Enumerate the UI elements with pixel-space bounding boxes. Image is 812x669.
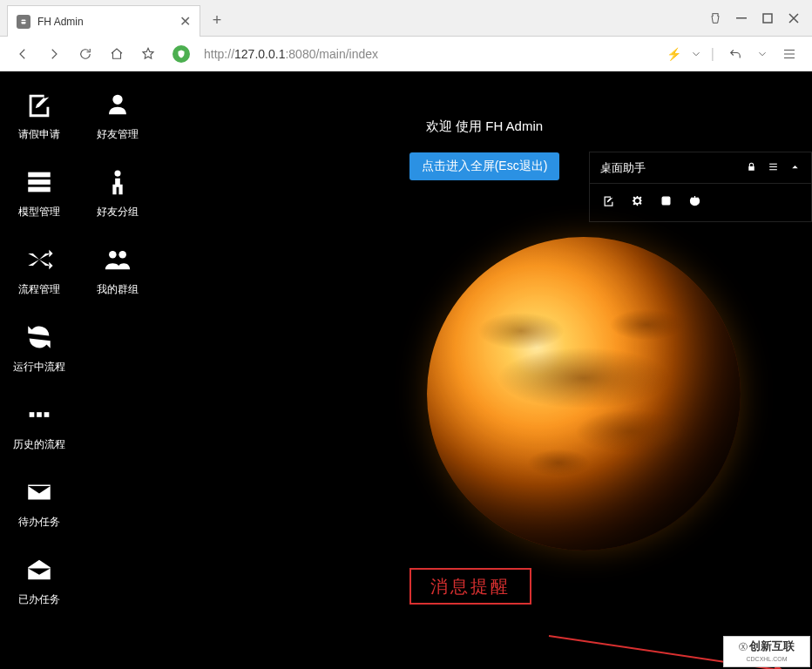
address-bar[interactable]: http://127.0.0.1:8080/main/index xyxy=(204,47,660,61)
assistant-title: 桌面助手 xyxy=(600,160,646,176)
sidebar-item-model-manage[interactable]: 模型管理 xyxy=(5,165,73,220)
fullscreen-button[interactable]: 点击进入全屏(Esc退出) xyxy=(409,152,560,180)
svg-rect-2 xyxy=(28,172,51,178)
sidebar-item-label: 历史的流程 xyxy=(5,437,73,452)
edit-action-icon[interactable] xyxy=(602,194,615,211)
sidebar-item-label: 我的群组 xyxy=(84,282,152,297)
url-path: /main/index xyxy=(315,47,378,61)
menu-button[interactable] xyxy=(777,42,802,66)
sidebar-item-running-flow[interactable]: 运行中流程 xyxy=(5,320,73,375)
spacer xyxy=(84,475,152,530)
sidebar-item-label: 待办任务 xyxy=(5,515,73,530)
watermark-brand: 创新互联 xyxy=(749,639,795,652)
shuffle-icon xyxy=(5,242,73,277)
window-maximize-button[interactable] xyxy=(754,5,781,31)
square-icon[interactable] xyxy=(660,194,673,211)
svg-rect-4 xyxy=(28,187,51,193)
svg-rect-0 xyxy=(736,17,747,19)
chevron-up-icon[interactable] xyxy=(789,161,801,175)
tab-title: FH Admin xyxy=(37,16,179,28)
undo-dropdown-icon[interactable] xyxy=(756,42,768,66)
spacer xyxy=(84,397,152,452)
window-controls xyxy=(702,0,812,36)
main-area: 欢迎 使用 FH Admin 点击进入全屏(Esc退出) 桌面助手 消息提醒 xyxy=(157,71,812,669)
spacer xyxy=(84,320,152,375)
envelope-icon xyxy=(5,475,73,510)
security-shield-icon[interactable] xyxy=(173,45,190,63)
close-tab-icon[interactable]: ✕ xyxy=(179,16,191,28)
app-viewport: 请假申请 好友管理 模型管理 好友分组 流程管理 我的群组 xyxy=(0,71,812,669)
edit-icon xyxy=(5,87,73,122)
url-prefix: http:// xyxy=(204,47,234,61)
power-icon[interactable] xyxy=(688,194,701,211)
svg-rect-14 xyxy=(662,197,670,205)
assistant-header: 桌面助手 xyxy=(590,152,811,184)
message-alert-box[interactable]: 消息提醒 xyxy=(409,568,531,605)
alert-text: 消息提醒 xyxy=(430,575,511,598)
new-tab-button[interactable]: + xyxy=(204,7,230,33)
menu-icon[interactable] xyxy=(768,161,779,175)
speed-icon[interactable]: ⚡ xyxy=(667,47,681,61)
svg-rect-10 xyxy=(44,412,50,417)
browser-tab-bar: FH Admin ✕ + xyxy=(0,0,812,37)
browser-tab-active[interactable]: FH Admin ✕ xyxy=(7,5,200,37)
svg-point-6 xyxy=(109,251,116,259)
sidebar-item-todo-tasks[interactable]: 待办任务 xyxy=(5,475,73,530)
svg-rect-8 xyxy=(30,412,35,417)
watermark-sub: CDCXHL.COM xyxy=(746,656,787,662)
window-close-button[interactable] xyxy=(781,5,807,31)
nav-home-button[interactable] xyxy=(105,42,129,66)
sidebar-item-label: 请假申请 xyxy=(5,127,73,142)
nav-forward-button[interactable] xyxy=(42,42,66,66)
watermark: Ⓧ 创新互联 CDCXHL.COM xyxy=(723,636,810,667)
sidebar-item-label: 运行中流程 xyxy=(5,360,73,375)
envelope-open-icon xyxy=(5,552,73,587)
welcome-text: 欢迎 使用 FH Admin xyxy=(157,118,812,135)
sidebar-item-label: 模型管理 xyxy=(5,205,73,220)
window-minimize-button[interactable] xyxy=(728,5,754,31)
nav-back-button[interactable] xyxy=(10,42,35,66)
users-icon xyxy=(84,242,152,277)
person-icon xyxy=(84,165,152,199)
sidebar-item-label: 好友管理 xyxy=(84,127,152,142)
tab-favicon xyxy=(17,15,30,29)
browser-extension-icon[interactable] xyxy=(702,5,728,31)
svg-rect-9 xyxy=(37,412,42,417)
desktop-icon-grid: 请假申请 好友管理 模型管理 好友分组 流程管理 我的群组 xyxy=(0,71,157,669)
svg-rect-3 xyxy=(28,179,51,185)
browser-toolbar: http://127.0.0.1:8080/main/index ⚡ | xyxy=(0,37,812,71)
sidebar-item-leave-request[interactable]: 请假申请 xyxy=(5,87,73,142)
sidebar-item-flow-manage[interactable]: 流程管理 xyxy=(5,242,73,297)
sidebar-item-label: 已办任务 xyxy=(5,592,73,607)
sidebar-item-label: 流程管理 xyxy=(5,282,73,297)
svg-rect-12 xyxy=(769,166,777,166)
svg-point-7 xyxy=(118,251,126,259)
user-icon xyxy=(84,87,152,122)
svg-point-5 xyxy=(114,171,120,177)
nav-favorite-button[interactable] xyxy=(136,42,160,66)
nav-reload-button[interactable] xyxy=(73,42,98,66)
stack-icon xyxy=(5,165,73,199)
sidebar-item-done-tasks[interactable]: 已办任务 xyxy=(5,552,73,607)
dots-icon xyxy=(5,397,73,432)
sidebar-item-friend-manage[interactable]: 好友管理 xyxy=(84,87,152,142)
undo-icon[interactable] xyxy=(723,42,748,66)
svg-rect-1 xyxy=(763,14,772,23)
url-port: :8080 xyxy=(285,47,315,61)
url-host: 127.0.0.1 xyxy=(234,47,285,61)
sidebar-item-history-flow[interactable]: 历史的流程 xyxy=(5,397,73,452)
sidebar-item-my-groups[interactable]: 我的群组 xyxy=(84,242,152,297)
speed-dropdown-icon[interactable] xyxy=(690,42,702,66)
svg-rect-11 xyxy=(769,163,777,164)
svg-rect-13 xyxy=(769,169,777,170)
sidebar-item-label: 好友分组 xyxy=(84,205,152,220)
planet-image xyxy=(427,237,741,551)
assistant-body xyxy=(590,184,811,221)
refresh-icon xyxy=(5,320,73,355)
gear-icon[interactable] xyxy=(631,194,644,211)
sidebar-item-friend-group[interactable]: 好友分组 xyxy=(84,165,152,220)
lock-icon[interactable] xyxy=(746,161,757,175)
desktop-assistant-panel: 桌面助手 xyxy=(589,152,812,222)
